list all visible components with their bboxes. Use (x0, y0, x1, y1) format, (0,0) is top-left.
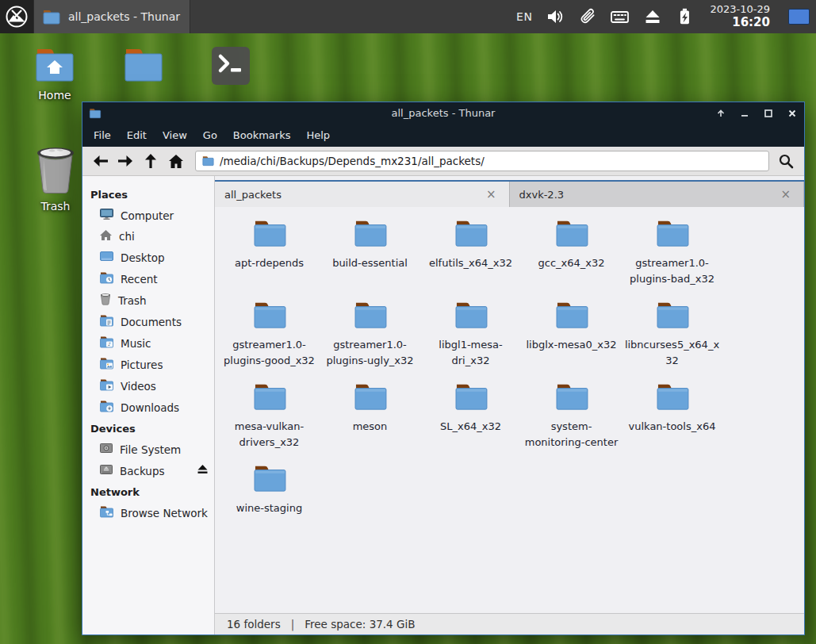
folder-item-wine-staging[interactable]: wine-staging (221, 463, 318, 516)
thunar-window: all_packets - Thunar FileEditViewGoBookm… (82, 102, 805, 635)
main-pane: all_packets × dxvk-2.3 × apt-rdepends bu… (215, 176, 804, 634)
workspace-switcher[interactable] (788, 9, 810, 25)
sidebar-item-pictures[interactable]: Pictures (82, 354, 214, 375)
folder-icon (554, 381, 590, 415)
folder-item-gstreamer1-0-plugins-ugly-x32[interactable]: gstreamer1.0-plugins-ugly_x32 (322, 300, 419, 368)
desktop-icon-home[interactable]: Home (17, 46, 93, 102)
folder-item-system-monitoring-center[interactable]: system-monitoring-center (523, 381, 620, 450)
search-icon (778, 153, 794, 169)
forward-button[interactable] (114, 150, 136, 172)
folder-label: mesa-vulkan-drivers_x32 (222, 419, 317, 450)
tab-close-icon[interactable]: × (483, 187, 500, 201)
shade-button[interactable] (715, 108, 726, 119)
menu-go[interactable]: Go (195, 125, 225, 145)
minimize-button[interactable] (739, 108, 750, 119)
sidebar-item-label: Computer (121, 209, 174, 222)
back-button[interactable] (89, 150, 111, 172)
sidebar-item-music[interactable]: ♪ Music (82, 332, 214, 354)
menubar: FileEditViewGoBookmarksHelp (82, 124, 804, 147)
music-icon: ♪ (99, 335, 114, 351)
folder-item-meson[interactable]: meson (322, 381, 419, 450)
sidebar-item-documents[interactable]: Documents (82, 311, 214, 332)
folder-icon (251, 463, 288, 496)
folder-label: gstreamer1.0-plugins-good_x32 (222, 337, 317, 368)
folder-label: libgl1-mesa-dri_x32 (423, 337, 519, 368)
sidebar-item-downloads[interactable]: Downloads (82, 397, 214, 418)
sidebar-item-file-system[interactable]: File System (82, 439, 214, 460)
desktop-icon-folder[interactable] (105, 46, 182, 89)
sidebar-item-chi[interactable]: chi (82, 226, 214, 247)
sidebar-item-desktop[interactable]: Desktop (82, 247, 214, 268)
folder-item-apt-rdepends[interactable]: apt-rdepends (221, 218, 318, 286)
terminal-icon (211, 46, 251, 86)
sidebar-item-computer[interactable]: Computer (82, 205, 214, 226)
search-button[interactable] (774, 150, 798, 172)
folder-icon (654, 218, 691, 251)
keyboard-layout-indicator[interactable]: EN (516, 10, 532, 23)
sidebar-item-recent[interactable]: Recent (82, 268, 214, 289)
folder-icon (352, 300, 389, 333)
keyboard-icon[interactable] (610, 8, 630, 25)
maximize-button[interactable] (763, 108, 774, 119)
eject-button[interactable] (197, 464, 209, 477)
tab-label: dxvk-2.3 (519, 189, 778, 201)
tab-all-packets[interactable]: all_packets × (215, 182, 510, 207)
home-icon (99, 229, 113, 243)
sidebar-item-backups[interactable]: Backups (82, 460, 214, 481)
clock[interactable]: 2023-10-29 16:20 (710, 4, 770, 29)
videos-icon (99, 378, 114, 393)
path-bar[interactable]: /media/chi/Backups/Depends_mx231/all_pac… (195, 151, 769, 171)
volume-icon[interactable] (546, 8, 565, 25)
folder-item-gstreamer1-0-plugins-good-x32[interactable]: gstreamer1.0-plugins-good_x32 (221, 300, 318, 368)
menu-help[interactable]: Help (298, 125, 338, 145)
folder-label: system-monitoring-center (524, 419, 619, 450)
menu-edit[interactable]: Edit (119, 125, 155, 145)
mx-menu-button[interactable] (0, 0, 33, 33)
folder-item-vulkan-tools-x64[interactable]: vulkan-tools_x64 (624, 381, 721, 450)
folder-item-libncurses5-x64-x32[interactable]: libncurses5_x64_x32 (624, 300, 721, 368)
paperclip-icon[interactable] (578, 8, 596, 26)
path-folder-icon (201, 155, 215, 167)
svg-text:♪: ♪ (108, 341, 111, 347)
sidebar-item-browse-network[interactable]: Browse Network (82, 502, 214, 523)
close-button[interactable] (787, 108, 798, 119)
folder-icon (654, 300, 691, 333)
folder-item-elfutils-x64-x32[interactable]: elfutils_x64_x32 (423, 218, 519, 286)
computer-icon (99, 208, 114, 223)
sidebar-item-label: Music (121, 337, 151, 350)
menu-bookmarks[interactable]: Bookmarks (225, 125, 299, 145)
sidebar-item-label: Videos (121, 380, 156, 393)
battery-icon[interactable] (676, 6, 693, 27)
taskbar-window-button[interactable]: all_packets - Thunar (33, 0, 190, 33)
sidebar-item-videos[interactable]: Videos (82, 375, 214, 397)
folder-item-sl-x64-x32[interactable]: SL_x64_x32 (423, 381, 519, 450)
folder-item-libglx-mesa0-x32[interactable]: libglx-mesa0_x32 (523, 300, 620, 368)
status-folder-count: 16 folders (227, 618, 281, 631)
folder-item-build-essential[interactable]: build-essential (322, 218, 419, 286)
menu-view[interactable]: View (155, 125, 195, 145)
folder-item-mesa-vulkan-drivers-x32[interactable]: mesa-vulkan-drivers_x32 (221, 381, 318, 450)
desktop-icon-terminal[interactable] (193, 46, 269, 90)
home-button[interactable] (165, 150, 187, 172)
menu-file[interactable]: File (86, 125, 119, 145)
sidebar-item-label: Downloads (121, 401, 179, 414)
eject-icon[interactable] (643, 8, 662, 25)
sidebar-item-trash[interactable]: Trash (82, 289, 214, 311)
folder-item-gcc-x64-x32[interactable]: gcc_x64_x32 (523, 218, 620, 286)
folder-icon (352, 218, 389, 251)
path-text[interactable]: /media/chi/Backups/Depends_mx231/all_pac… (220, 155, 485, 167)
folder-icon (121, 46, 166, 84)
folder-item-gstreamer1-0-plugins-bad-x32[interactable]: gstreamer1.0-plugins-bad_x32 (624, 218, 721, 286)
tab-bar: all_packets × dxvk-2.3 × (215, 180, 804, 207)
folder-label: SL_x64_x32 (440, 419, 501, 435)
up-button[interactable] (140, 150, 162, 172)
window-titlebar[interactable]: all_packets - Thunar (82, 102, 804, 124)
sidebar-header-network: Network (82, 481, 214, 502)
tab-close-icon[interactable]: × (777, 187, 794, 201)
folder-item-libgl1-mesa-dri-x32[interactable]: libgl1-mesa-dri_x32 (423, 300, 519, 368)
tab-dxvk-2-3[interactable]: dxvk-2.3 × (510, 182, 805, 207)
status-free-space: Free space: 37.4 GiB (305, 618, 415, 631)
folder-label: gstreamer1.0-plugins-bad_x32 (625, 255, 720, 286)
sidebar-item-label: Trash (118, 294, 147, 307)
sidebar-header-places: Places (82, 184, 214, 205)
